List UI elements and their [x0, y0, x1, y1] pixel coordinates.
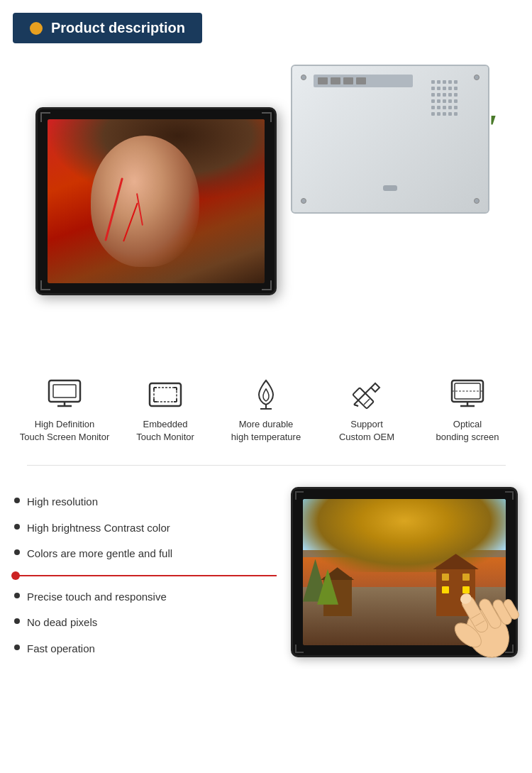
- bullet-text-fast: Fast operation: [27, 641, 95, 657]
- feature-oem-label: SupportCustom OEM: [339, 418, 394, 444]
- bullet-dot: [14, 498, 20, 503]
- bullet-item-resolution: High resolution: [14, 494, 277, 510]
- screw-tl: [301, 75, 306, 80]
- bullet-dot: [14, 618, 20, 624]
- optical-monitor-icon: [446, 377, 489, 412]
- bullet-text-colors: Colors are more gentle and full: [27, 546, 172, 562]
- monitor-icon: [43, 377, 86, 412]
- feature-durable-label: More durablehigh temperature: [231, 418, 301, 444]
- header-dot-icon: [30, 22, 43, 35]
- bullet-text-resolution: High resolution: [27, 494, 98, 510]
- feature-embedded: EmbeddedTouch Monitor: [119, 377, 211, 444]
- header-banner: Product description: [13, 13, 202, 43]
- svg-line-21: [354, 405, 358, 406]
- bottom-section: High resolution High brightness Contrast…: [0, 480, 532, 681]
- bullet-text-brightness: High brightness Contrast color: [27, 520, 170, 537]
- bullet-dot: [14, 645, 20, 650]
- section-divider: [27, 465, 506, 466]
- screw-tr: [474, 75, 480, 80]
- touch-monitor-section: [291, 487, 518, 657]
- feature-optical: Opticalbonding screen: [421, 377, 514, 444]
- hand-icon: [433, 572, 525, 664]
- svg-line-17: [364, 399, 370, 405]
- connector-strip: [314, 75, 413, 87]
- vent-area: [431, 80, 474, 130]
- stand-hole: [383, 185, 397, 191]
- bullet-dot: [14, 524, 20, 530]
- feature-durable: More durablehigh temperature: [220, 377, 312, 444]
- feature-embedded-label: EmbeddedTouch Monitor: [136, 418, 194, 444]
- embedded-monitor-icon: [144, 377, 187, 412]
- product-images-section: [0, 50, 532, 356]
- monitor-screen: [48, 119, 265, 283]
- oem-icon: [345, 377, 388, 412]
- screw-br: [474, 198, 480, 204]
- page-title: Product description: [51, 20, 185, 36]
- bullet-text-pixels: No dead pixels: [27, 615, 97, 631]
- connector-port: [318, 77, 328, 84]
- svg-rect-5: [154, 388, 177, 402]
- bullet-text-touch: Precise touch and responsive: [27, 589, 167, 605]
- monitor-back-view: [291, 65, 489, 214]
- connector-port: [356, 77, 366, 84]
- bullet-item-colors: Colors are more gentle and full: [14, 546, 277, 562]
- flame-icon: [245, 377, 287, 412]
- feature-oem: SupportCustom OEM: [321, 377, 413, 444]
- connector-port: [343, 77, 353, 84]
- svg-marker-18: [371, 383, 379, 392]
- features-row: High DefinitionTouch Screen Monitor Embe…: [0, 363, 532, 451]
- bullet-item-touch: Precise touch and responsive: [14, 589, 277, 605]
- bullet-item-fast: Fast operation: [14, 641, 277, 657]
- screw-bl: [301, 198, 306, 204]
- feature-hd-touch-label: High DefinitionTouch Screen Monitor: [20, 418, 109, 444]
- feature-hd-touch: High DefinitionTouch Screen Monitor: [18, 377, 111, 444]
- bullet-dot: [14, 549, 20, 555]
- monitor-front-view: [35, 107, 277, 295]
- bullet-item-brightness: High brightness Contrast color: [14, 520, 277, 537]
- bullet-list: High resolution High brightness Contrast…: [14, 487, 277, 667]
- svg-rect-1: [53, 385, 76, 398]
- feature-optical-label: Opticalbonding screen: [436, 418, 499, 444]
- bullet-item-pixels: No dead pixels: [14, 615, 277, 631]
- bullet-dot: [14, 593, 20, 598]
- connector-port: [331, 77, 340, 84]
